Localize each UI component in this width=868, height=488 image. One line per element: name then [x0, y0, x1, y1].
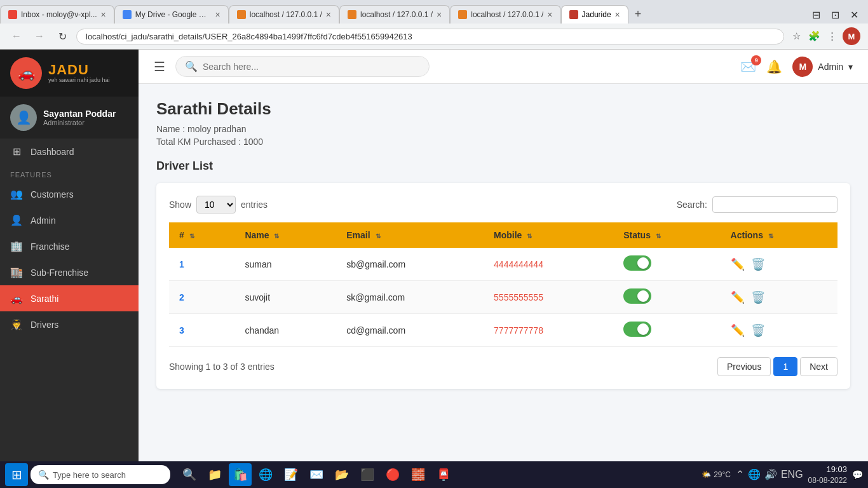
cell-num: 1 [169, 248, 234, 281]
tab-local3[interactable]: localhost / 127.0.0.1 / × [450, 5, 560, 24]
network-icon[interactable]: 🌐 [748, 468, 761, 480]
notifications-button[interactable]: 🔔 [766, 59, 782, 74]
edit-button[interactable]: ✏️ [731, 257, 745, 271]
local3-icon [458, 10, 467, 19]
sidebar-item-franchise[interactable]: 🏢 Franchise [0, 233, 139, 259]
taskbar-app-store[interactable]: 🛍️ [229, 463, 252, 486]
action-icons: ✏️ 🗑️ [731, 290, 827, 304]
tab-local1-close[interactable]: × [326, 10, 331, 20]
tab-gmail-close[interactable]: × [101, 10, 106, 20]
profile-circle[interactable]: M [843, 27, 860, 45]
taskbar-app-files[interactable]: 📁 [203, 463, 226, 486]
back-button[interactable]: ← [8, 27, 25, 45]
logo-icon: 🚗 [10, 57, 42, 89]
taskbar-app-sublime[interactable]: 📝 [280, 463, 302, 486]
taskbar-app-explorer[interactable]: 📂 [330, 463, 353, 486]
forward-button[interactable]: → [31, 27, 48, 45]
settings-button[interactable]: ⋮ [825, 29, 839, 43]
edit-button[interactable]: ✏️ [731, 323, 745, 337]
taskbar-app-postman[interactable]: 📮 [432, 463, 455, 486]
taskbar-right: 🌤️ 29°C ⌃ 🌐 🔊 ENG 19:03 08-08-2022 💬 [702, 464, 863, 486]
next-button[interactable]: Next [800, 357, 837, 376]
search-input[interactable] [203, 62, 420, 72]
tab-local2-close[interactable]: × [437, 10, 442, 20]
sort-mobile[interactable]: ⇅ [527, 233, 532, 240]
table-search-input[interactable] [712, 196, 837, 213]
tab-gdrive[interactable]: My Drive - Google Dr... × [114, 5, 229, 24]
volume-icon[interactable]: 🔊 [764, 468, 777, 480]
search-control: Search: [677, 196, 837, 213]
col-num: # ⇅ [169, 222, 234, 248]
new-tab-button[interactable]: + [628, 5, 648, 24]
cell-name: suvojit [234, 281, 336, 314]
tab-gmail[interactable]: Inbox - moloy@v-xpl... × [0, 5, 114, 24]
status-toggle[interactable] [623, 288, 651, 304]
driver-list-card: Show 10 25 50 100 entries Search: [156, 183, 850, 389]
tab-jaduride-close[interactable]: × [615, 10, 620, 20]
admin-menu-button[interactable]: M Admin ▾ [792, 57, 853, 77]
tab-local1[interactable]: localhost / 127.0.0.1 / × [229, 5, 339, 24]
hamburger-button[interactable]: ☰ [154, 59, 165, 74]
delete-button[interactable]: 🗑️ [751, 323, 765, 337]
delete-button[interactable]: 🗑️ [751, 290, 765, 304]
sort-actions[interactable]: ⇅ [768, 233, 773, 240]
minimize-button[interactable]: ⊟ [807, 6, 825, 24]
maximize-button[interactable]: ⊡ [826, 6, 844, 24]
status-toggle[interactable] [623, 322, 651, 337]
notification-icon[interactable]: 💬 [852, 470, 863, 480]
sidebar-item-dashboard[interactable]: ⊞ Dashboard [0, 139, 139, 165]
top-header: ☰ 🔍 ✉️ 9 🔔 M Admin ▾ [139, 50, 868, 84]
close-button[interactable]: ✕ [845, 6, 863, 24]
taskbar-app-edge[interactable]: 🌐 [254, 463, 277, 486]
user-profile: 👤 Sayantan Poddar Administrator [0, 97, 139, 139]
taskbar-app-xampp[interactable]: 🧱 [407, 463, 430, 486]
taskbar-app-chrome[interactable]: 🔴 [381, 463, 404, 486]
sarathi-icon: 🚗 [10, 292, 23, 304]
pagination-row: Showing 1 to 3 of 3 entries Previous 1 N… [169, 357, 837, 376]
messages-button[interactable]: ✉️ 9 [740, 59, 756, 74]
admin-icon: 👤 [10, 214, 23, 226]
cell-actions: ✏️ 🗑️ [721, 314, 837, 347]
col-mobile: Mobile ⇅ [484, 222, 613, 248]
system-tray-icon[interactable]: ⌃ [736, 468, 744, 480]
tab-gdrive-close[interactable]: × [215, 10, 220, 20]
delete-button[interactable]: 🗑️ [751, 257, 765, 271]
extensions-button[interactable]: 🧩 [807, 29, 821, 43]
col-status: Status ⇅ [613, 222, 720, 248]
status-toggle[interactable] [623, 255, 651, 271]
taskbar: ⊞ 🔍 Type here to search 🔍 📁 🛍️ 🌐 📝 ✉️ 📂 … [0, 461, 868, 488]
edit-button[interactable]: ✏️ [731, 290, 745, 304]
table-row: 3 chandan cd@gmail.com 7777777778 ✏️ 🗑️ [169, 314, 837, 347]
sidebar-item-sarathi[interactable]: 🚗 Sarathi [0, 285, 139, 311]
taskbar-app-vscode[interactable]: ⬛ [356, 463, 379, 486]
sidebar-item-admin[interactable]: 👤 Admin [0, 207, 139, 233]
sidebar-item-label-franchise: Franchise [31, 241, 69, 252]
bookmark-button[interactable]: ☆ [789, 29, 803, 43]
tab-jaduride[interactable]: Jaduride × [561, 5, 628, 24]
previous-button[interactable]: Previous [717, 357, 771, 376]
taskbar-app-mail[interactable]: ✉️ [305, 463, 328, 486]
reload-button[interactable]: ↻ [53, 27, 71, 45]
entries-select[interactable]: 10 25 50 100 [196, 196, 236, 214]
table-row: 1 suman sb@gmail.com 4444444444 ✏️ 🗑️ [169, 248, 837, 281]
cell-email: sk@gmail.com [336, 281, 484, 314]
sort-email[interactable]: ⇅ [376, 233, 381, 240]
sort-name[interactable]: ⇅ [274, 233, 279, 240]
tab-local2[interactable]: localhost / 127.0.0.1 / × [339, 5, 450, 24]
sidebar-item-customers[interactable]: 👥 Customers [0, 181, 139, 207]
sidebar-item-label-sub-franchise: Sub-Frenchise [31, 268, 88, 278]
start-button[interactable]: ⊞ [5, 463, 28, 486]
taskbar-app-search[interactable]: 🔍 [178, 463, 201, 486]
sidebar-item-drivers[interactable]: 🧑‍✈️ Drivers [0, 311, 139, 337]
page-1-button[interactable]: 1 [773, 357, 797, 376]
logo-text: JADU [48, 63, 110, 77]
sort-num[interactable]: ⇅ [189, 233, 194, 240]
action-icons: ✏️ 🗑️ [731, 257, 827, 271]
taskbar-search[interactable]: 🔍 Type here to search [31, 465, 170, 484]
address-box[interactable]: localhost/ci_jadu/sarathi_details/USER_2… [76, 29, 784, 44]
sub-franchise-icon: 🏬 [10, 266, 23, 278]
sidebar-item-sub-franchise[interactable]: 🏬 Sub-Frenchise [0, 259, 139, 285]
tab-local3-close[interactable]: × [547, 10, 552, 20]
sort-status[interactable]: ⇅ [656, 233, 661, 240]
sidebar-item-label-drivers: Drivers [31, 320, 58, 330]
